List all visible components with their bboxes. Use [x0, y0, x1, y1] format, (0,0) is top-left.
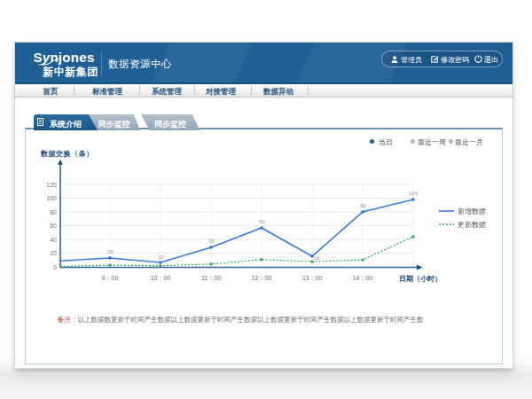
- svg-text:35: 35: [208, 239, 215, 244]
- svg-text:100: 100: [46, 195, 57, 201]
- svg-text:11：00: 11：00: [201, 275, 221, 281]
- svg-text:120: 120: [46, 182, 57, 188]
- svg-text:9：00: 9：00: [102, 275, 119, 281]
- svg-text:13：00: 13：00: [302, 275, 323, 281]
- svg-text:60: 60: [259, 219, 265, 224]
- svg-text:日期（小时）: 日期（小时）: [399, 275, 442, 283]
- svg-text:12：00: 12：00: [252, 275, 272, 281]
- svg-text:100: 100: [409, 191, 419, 196]
- svg-text:40: 40: [50, 237, 57, 243]
- svg-text:18: 18: [107, 249, 113, 254]
- svg-text:新增数据: 新增数据: [458, 207, 486, 215]
- svg-text:0: 0: [53, 264, 57, 270]
- svg-text:80: 80: [50, 209, 57, 215]
- svg-text:60: 60: [50, 223, 57, 229]
- svg-text:10: 10: [158, 254, 164, 260]
- svg-text:10：00: 10：00: [151, 275, 171, 281]
- svg-text:80: 80: [360, 203, 366, 208]
- svg-text:更新数据: 更新数据: [458, 221, 486, 229]
- svg-text:16: 16: [314, 255, 320, 261]
- svg-text:14：00: 14：00: [353, 275, 373, 281]
- svg-text:20: 20: [50, 250, 57, 256]
